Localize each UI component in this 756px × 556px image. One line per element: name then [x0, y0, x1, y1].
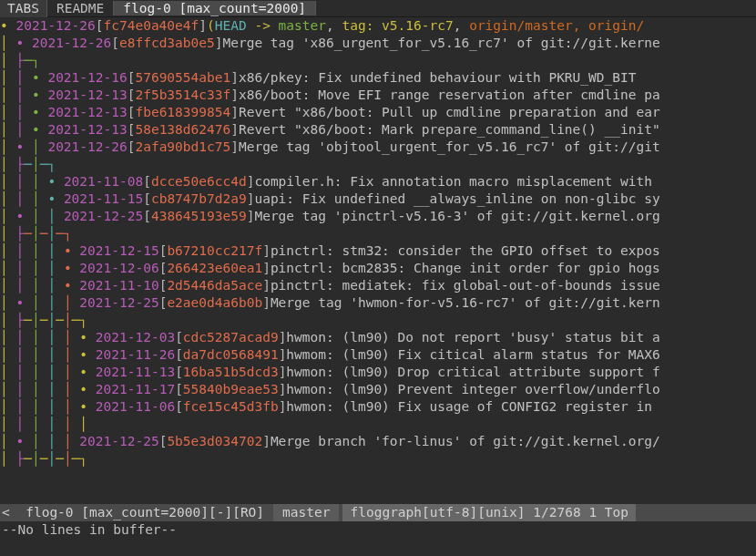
- commit-hash[interactable]: [57690554abe1]: [128, 69, 239, 87]
- commit-message: hwmon: (lm90) Fix usage of CONFIG2 regis…: [286, 398, 659, 416]
- commit-row[interactable]: │ │ │ │ │ • 2021-11-06 [fce15c45d3fb] hw…: [0, 398, 756, 416]
- commit-row[interactable]: │ │ │ • 2021-11-08 [dcce50e6cc4d] compil…: [0, 173, 756, 190]
- commit-hash[interactable]: [fce15c45d3fb]: [175, 398, 286, 416]
- commit-date: 2021-12-13: [47, 121, 127, 139]
- commit-hash[interactable]: [cdc5287acad9]: [175, 329, 286, 346]
- graph-segment: │ • │: [0, 139, 40, 156]
- commit-row[interactable]: │ │ │ │ • 2021-11-10 [2d5446da5ace] pinc…: [0, 277, 756, 294]
- commit-row[interactable]: │ │ • 2021-12-16 [57690554abe1] x86/pkey…: [0, 69, 756, 87]
- commit-hash[interactable]: [5b5e3d034702]: [159, 433, 271, 450]
- commit-hash[interactable]: [2d5446da5ace]: [159, 277, 271, 294]
- graph-segment: │ │ │ •: [0, 173, 56, 190]
- commit-hash[interactable]: [2f5b3514c33f]: [128, 87, 239, 104]
- graph-segment: │ ├─│─┐: [0, 156, 56, 173]
- graph-segment: │ ├─┐: [0, 52, 40, 69]
- graph-segment: │ │ •: [0, 69, 40, 87]
- commit-date: 2021-12-25: [79, 433, 158, 450]
- commit-row[interactable]: │ • │ │ 2021-12-25 [438645193e59] Merge …: [0, 208, 756, 225]
- commit-hash[interactable]: [16ba51b5dcd3]: [175, 364, 286, 381]
- graph-segment: │ •: [0, 35, 24, 52]
- commit-message: x86/boot: Move EFI range reservation aft…: [239, 87, 660, 104]
- commit-row[interactable]: │ │ • 2021-12-13 [58e138d62476] Revert "…: [0, 121, 756, 139]
- graph-segment: │ │ │ │ •: [0, 242, 72, 260]
- tab-1[interactable]: flog-0 [max_count=2000]: [114, 1, 316, 15]
- commit-hash[interactable]: [cb8747b7d2a9]: [143, 190, 254, 208]
- commit-hash[interactable]: [da7dc0568491]: [175, 346, 286, 364]
- commit-row[interactable]: │ ├─│─│─│─┐: [0, 450, 756, 468]
- commit-log[interactable]: • 2021-12-26 [fc74e0a40e4f] (HEAD -> mas…: [0, 17, 756, 468]
- graph-segment: │ • │ │ │: [0, 433, 72, 450]
- commit-row[interactable]: │ • │ 2021-12-26 [2afa90bd1c75] Merge ta…: [0, 139, 756, 156]
- commit-row[interactable]: │ ├─│─│─│─┐: [0, 312, 756, 329]
- commit-row[interactable]: │ • │ │ │ 2021-12-25 [5b5e3d034702] Merg…: [0, 433, 756, 450]
- commit-message: pinctrl: bcm2835: Change init order for …: [271, 260, 660, 277]
- command-line[interactable]: --No lines in buffer--: [0, 521, 756, 539]
- commit-row[interactable]: │ │ • 2021-12-13 [2f5b3514c33f] x86/boot…: [0, 87, 756, 104]
- status-bar: < flog-0 [max_count=2000][-][RO] master …: [0, 504, 756, 521]
- commit-hash[interactable]: [58e138d62476]: [128, 121, 239, 139]
- commit-row[interactable]: │ • │ │ │ 2021-12-25 [e2ae0d4a6b0b] Merg…: [0, 294, 756, 312]
- commit-row[interactable]: • 2021-12-26 [fc74e0a40e4f] (HEAD -> mas…: [0, 17, 756, 35]
- commit-hash[interactable]: [2afa90bd1c75]: [128, 139, 239, 156]
- commit-row[interactable]: │ │ │ │ │ • 2021-11-17 [55840b9eae53] hw…: [0, 381, 756, 398]
- graph-segment: │ │ │ │ │ •: [0, 381, 87, 398]
- commit-row[interactable]: │ │ • 2021-12-13 [fbe618399854] Revert "…: [0, 104, 756, 121]
- commit-row[interactable]: │ │ │ │ • 2021-12-06 [266423e60ea1] pinc…: [0, 260, 756, 277]
- commit-date: 2021-12-06: [79, 260, 158, 277]
- graph-segment: │ │ │ │ •: [0, 277, 72, 294]
- graph-segment: │ • │ │ │: [0, 294, 72, 312]
- commit-row[interactable]: │ │ │ │ │ • 2021-11-26 [da7dc0568491] hw…: [0, 346, 756, 364]
- commit-hash[interactable]: [55840b9eae53]: [175, 381, 286, 398]
- commit-message: Revert "x86/boot: Mark prepare_command_l…: [239, 121, 660, 139]
- commit-row[interactable]: │ ├─│─│─┐: [0, 225, 756, 242]
- commit-hash[interactable]: [fc74e0a40e4f]: [96, 17, 207, 35]
- commit-hash[interactable]: [e2ae0d4a6b0b]: [159, 294, 271, 312]
- commit-hash[interactable]: [dcce50e6cc4d]: [143, 173, 254, 190]
- commit-hash[interactable]: [e8ffcd3ab0e5]: [111, 35, 222, 52]
- commit-message: Merge tag 'pinctrl-v5.16-3' of git://git…: [254, 208, 659, 225]
- commit-hash[interactable]: [266423e60ea1]: [159, 260, 271, 277]
- commit-date: 2021-12-13: [47, 104, 127, 121]
- commit-hash[interactable]: [b67210cc217f]: [159, 242, 271, 260]
- graph-segment: │ ├─│─│─┐: [0, 225, 72, 242]
- graph-segment: │ │ │ │ │ •: [0, 364, 87, 381]
- commit-message: Merge tag 'hwmon-for-v5.16-rc7' of git:/…: [271, 294, 660, 312]
- tab-bar: TABS READMEflog-0 [max_count=2000]: [0, 0, 756, 17]
- commit-row[interactable]: │ • 2021-12-26 [e8ffcd3ab0e5] Merge tag …: [0, 35, 756, 52]
- commit-row[interactable]: │ │ │ │ • 2021-12-15 [b67210cc217f] pinc…: [0, 242, 756, 260]
- commit-date: 2021-12-15: [79, 242, 158, 260]
- tab-0[interactable]: README: [47, 1, 114, 15]
- commit-row[interactable]: │ │ │ │ │ │: [0, 416, 756, 433]
- graph-segment: │ ├─│─│─│─┐: [0, 312, 87, 329]
- commit-refs: (HEAD -> master, tag: v5.16-rc7, origin/…: [207, 17, 644, 35]
- commit-message: Merge tag 'x86_urgent_for_v5.16_rc7' of …: [222, 35, 659, 52]
- graph-segment: │ │ │ │ │ •: [0, 329, 87, 346]
- commit-row[interactable]: │ ├─│─┐: [0, 156, 756, 173]
- status-right: floggraph[utf-8][unix] 1/2768 1 Top: [342, 504, 636, 521]
- commit-date: 2021-11-08: [64, 173, 143, 190]
- commit-message: Merge tag 'objtool_urgent_for_v5.16_rc7'…: [239, 139, 660, 156]
- commit-row[interactable]: │ │ │ │ │ • 2021-11-13 [16ba51b5dcd3] hw…: [0, 364, 756, 381]
- commit-message: hwmom: (lm90) Fix citical alarm status f…: [286, 346, 659, 364]
- commit-message: uapi: Fix undefined __always_inline on n…: [254, 190, 659, 208]
- graph-segment: │ │ •: [0, 121, 40, 139]
- graph-segment: │ │ │ │ │ │: [0, 416, 87, 433]
- commit-message: hwmon: (lm90) Do not report 'busy' statu…: [286, 329, 659, 346]
- commit-date: 2021-11-15: [64, 190, 143, 208]
- commit-row[interactable]: │ │ │ • 2021-11-15 [cb8747b7d2a9] uapi: …: [0, 190, 756, 208]
- commit-date: 2021-11-26: [96, 346, 175, 364]
- commit-date: 2021-12-26: [15, 17, 95, 35]
- commit-date: 2021-12-26: [47, 139, 127, 156]
- commit-date: 2021-12-13: [47, 87, 127, 104]
- commit-hash[interactable]: [fbe618399854]: [128, 104, 239, 121]
- commit-date: 2021-11-06: [96, 398, 175, 416]
- commit-message: Revert "x86/boot: Pull up cmdline prepar…: [239, 104, 660, 121]
- commit-row[interactable]: │ │ │ │ │ • 2021-12-03 [cdc5287acad9] hw…: [0, 329, 756, 346]
- graph-segment: │ │ │ │ │ •: [0, 346, 87, 364]
- commit-date: 2021-12-26: [32, 35, 111, 52]
- commit-row[interactable]: │ ├─┐: [0, 52, 756, 69]
- status-branch: master: [273, 504, 339, 521]
- commit-hash[interactable]: [438645193e59]: [143, 208, 254, 225]
- graph-segment: │ ├─│─│─│─┐: [0, 450, 87, 468]
- graph-segment: │ │ │ │ │ •: [0, 398, 87, 416]
